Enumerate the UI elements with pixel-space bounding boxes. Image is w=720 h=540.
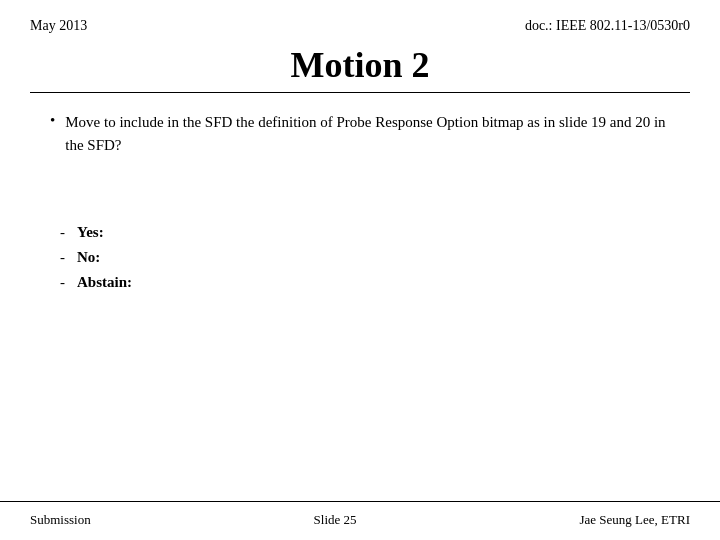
vote-item-yes: - Yes: [60,224,660,241]
voting-section: - Yes: - No: - Abstain: [0,164,720,291]
header-date: May 2013 [30,18,87,34]
vote-item-abstain: - Abstain: [60,274,660,291]
footer-submission: Submission [30,512,91,528]
bullet-item: • Move to include in the SFD the definit… [50,111,670,156]
vote-label-no: No: [77,249,100,266]
title-section: Motion 2 [0,44,720,86]
footer: Submission Slide 25 Jae Seung Lee, ETRI [0,501,720,540]
vote-label-yes: Yes: [77,224,104,241]
header: May 2013 doc.: IEEE 802.11-13/0530r0 [0,0,720,34]
vote-dash-abstain: - [60,274,65,291]
footer-author: Jae Seung Lee, ETRI [580,512,690,528]
slide-container: May 2013 doc.: IEEE 802.11-13/0530r0 Mot… [0,0,720,540]
bullet-text: Move to include in the SFD the definitio… [65,111,670,156]
footer-slide-number: Slide 25 [314,512,357,528]
vote-dash-yes: - [60,224,65,241]
header-doc: doc.: IEEE 802.11-13/0530r0 [525,18,690,34]
bullet-symbol: • [50,112,55,129]
content-section: • Move to include in the SFD the definit… [0,93,720,156]
vote-item-no: - No: [60,249,660,266]
vote-dash-no: - [60,249,65,266]
slide-title: Motion 2 [30,44,690,86]
vote-label-abstain: Abstain: [77,274,132,291]
